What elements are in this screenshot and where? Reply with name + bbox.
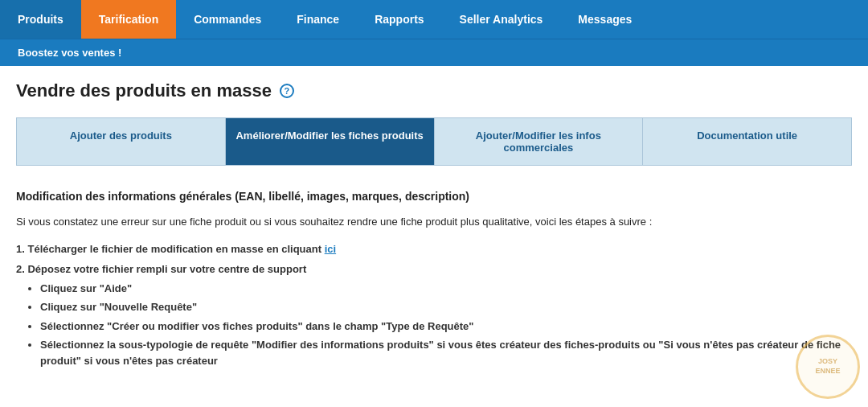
steps-list: 1. Télécharger le fichier de modificatio… bbox=[16, 241, 852, 369]
step-1-text-before: Télécharger le fichier de modification e… bbox=[27, 243, 324, 255]
nav-produits[interactable]: Produits bbox=[0, 0, 81, 39]
nav-seller-analytics[interactable]: Seller Analytics bbox=[442, 0, 561, 39]
bullet-2: Cliquez sur "Nouvelle Requête" bbox=[40, 299, 852, 315]
tab-ameliorer-fiches[interactable]: Améliorer/Modifier les fiches produits bbox=[226, 118, 435, 165]
step-2: 2. Déposez votre fichier rempli sur votr… bbox=[16, 261, 852, 368]
step-2-number: 2. bbox=[16, 263, 25, 275]
step-1-link[interactable]: ici bbox=[325, 243, 336, 255]
nav-tarification[interactable]: Tarification bbox=[81, 0, 176, 39]
bullet-4: Sélectionnez la sous-typologie de requêt… bbox=[40, 337, 852, 368]
nav-finance[interactable]: Finance bbox=[279, 0, 357, 39]
help-icon[interactable]: ? bbox=[280, 84, 294, 98]
step-1: 1. Télécharger le fichier de modificatio… bbox=[16, 241, 852, 257]
subnav-boostez[interactable]: Boostez vos ventes ! bbox=[11, 42, 128, 64]
bullet-3: Sélectionnez "Créer ou modifier vos fich… bbox=[40, 319, 852, 335]
page-title: Vendre des produits en masse bbox=[16, 80, 272, 101]
intro-text: Si vous constatez une erreur sur une fic… bbox=[16, 214, 852, 230]
tabs-row: Ajouter des produits Améliorer/Modifier … bbox=[16, 117, 852, 166]
section-content: Modification des informations générales … bbox=[16, 190, 852, 368]
nav-commandes[interactable]: Commandes bbox=[176, 0, 279, 39]
nav-rapports[interactable]: Rapports bbox=[357, 0, 441, 39]
tab-ajouter-infos[interactable]: Ajouter/Modifier les infos commerciales bbox=[435, 118, 644, 165]
step-2-text: Déposez votre fichier rempli sur votre c… bbox=[27, 263, 306, 275]
step-1-number: 1. bbox=[16, 243, 25, 255]
main-nav: Produits Tarification Commandes Finance … bbox=[0, 0, 868, 39]
page-title-row: Vendre des produits en masse ? bbox=[16, 80, 852, 101]
nav-messages[interactable]: Messages bbox=[560, 0, 649, 39]
section-title: Modification des informations générales … bbox=[16, 190, 852, 203]
bullet-list: Cliquez sur "Aide" Cliquez sur "Nouvelle… bbox=[40, 281, 852, 369]
bullet-1: Cliquez sur "Aide" bbox=[40, 281, 852, 297]
sub-nav: Boostez vos ventes ! bbox=[0, 39, 868, 66]
tab-documentation[interactable]: Documentation utile bbox=[643, 118, 851, 165]
main-content: Vendre des produits en masse ? Ajouter d… bbox=[0, 66, 868, 388]
tab-ajouter-produits[interactable]: Ajouter des produits bbox=[17, 118, 226, 165]
